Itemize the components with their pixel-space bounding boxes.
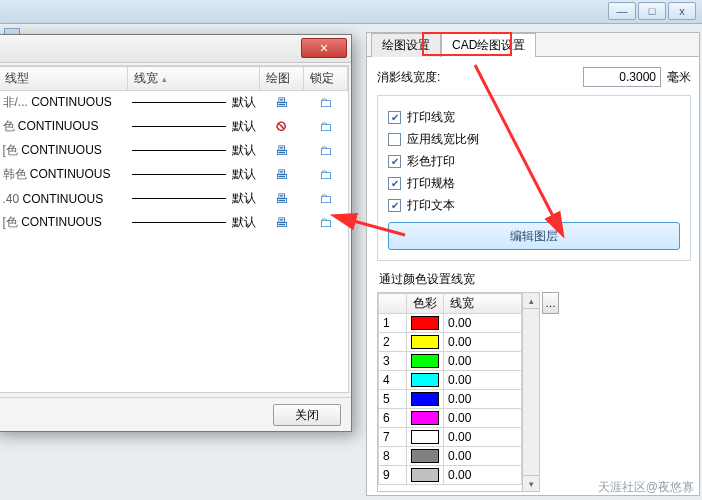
table-row[interactable]: 90.00	[379, 466, 522, 485]
layer-table: 线型 线宽▴ 绘图 锁定 非/... CONTINUOUS默认🖶🗀色 CONTI…	[0, 66, 348, 235]
hidden-line-width-label: 消影线宽度:	[377, 69, 577, 86]
window-close-button[interactable]: x	[668, 2, 696, 20]
checkbox-print-text[interactable]: ✔	[388, 199, 401, 212]
printer-icon[interactable]: 🖶	[275, 143, 288, 158]
watermark: 天涯社区@夜悠寡	[598, 479, 694, 496]
table-row[interactable]: 10.00	[379, 314, 522, 333]
lock-icon[interactable]: 🗀	[319, 191, 332, 206]
checkbox-print-text-label: 打印文本	[407, 197, 455, 214]
checkbox-apply-lw-scale-label: 应用线宽比例	[407, 131, 479, 148]
printer-icon[interactable]: 🖶	[275, 167, 288, 182]
lock-icon[interactable]: 🗀	[319, 119, 332, 134]
unit-label: 毫米	[667, 69, 691, 86]
lock-icon[interactable]: 🗀	[319, 95, 332, 110]
lock-icon[interactable]: 🗀	[319, 215, 332, 230]
table-row[interactable]: 50.00	[379, 390, 522, 409]
col-linetype[interactable]: 线型	[0, 67, 128, 91]
scroll-up-icon[interactable]: ▴	[523, 293, 539, 309]
lock-icon[interactable]: 🗀	[319, 167, 332, 182]
dialog-close-button[interactable]: ×	[301, 38, 347, 58]
table-row[interactable]: .40 CONTINUOUS默认🖶🗀	[0, 187, 348, 211]
printer-icon[interactable]: 🛇	[275, 119, 288, 134]
col-lineweight[interactable]: 线宽▴	[128, 67, 260, 91]
checkbox-color-print-label: 彩色打印	[407, 153, 455, 170]
color-picker-button[interactable]: …	[542, 292, 559, 314]
table-row[interactable]: 70.00	[379, 428, 522, 447]
printer-icon[interactable]: 🖶	[275, 95, 288, 110]
col-plot[interactable]: 绘图	[260, 67, 304, 91]
tab-cad-draw-settings[interactable]: CAD绘图设置	[441, 33, 536, 57]
printer-icon[interactable]: 🖶	[275, 191, 288, 206]
scrollbar[interactable]: ▴ ▾	[522, 293, 539, 491]
settings-panel: 绘图设置 CAD绘图设置 消影线宽度: 毫米 ✔打印线宽 应用线宽比例 ✔彩色打…	[366, 32, 700, 496]
scroll-down-icon[interactable]: ▾	[523, 475, 539, 491]
sort-indicator-icon: ▴	[162, 74, 167, 84]
dialog-titlebar: ×	[0, 35, 351, 63]
checkbox-print-lineweight[interactable]: ✔	[388, 111, 401, 124]
table-row[interactable]: 40.00	[379, 371, 522, 390]
checkbox-print-spec-label: 打印规格	[407, 175, 455, 192]
checkbox-print-lineweight-label: 打印线宽	[407, 109, 455, 126]
layer-dialog: × 线型 线宽▴ 绘图 锁定 非/... CONTINUOUS默认🖶🗀色 CON…	[0, 34, 352, 432]
print-options-group: ✔打印线宽 应用线宽比例 ✔彩色打印 ✔打印规格 ✔打印文本 编辑图层	[377, 95, 691, 261]
color-lineweight-table: 色彩 线宽 10.0020.0030.0040.0050.0060.0070.0…	[378, 293, 522, 485]
checkbox-print-spec[interactable]: ✔	[388, 177, 401, 190]
table-row[interactable]: [色 CONTINUOUS默认🖶🗀	[0, 139, 348, 163]
table-row[interactable]: 20.00	[379, 333, 522, 352]
hidden-line-width-input[interactable]	[583, 67, 661, 87]
table-row[interactable]: [色 CONTINUOUS默认🖶🗀	[0, 211, 348, 235]
col-lock[interactable]: 锁定	[304, 67, 348, 91]
table-row[interactable]: 60.00	[379, 409, 522, 428]
col-color-lw[interactable]: 线宽	[444, 294, 522, 314]
minimize-button[interactable]: —	[608, 2, 636, 20]
table-row[interactable]: 80.00	[379, 447, 522, 466]
edit-layers-button[interactable]: 编辑图层	[388, 222, 680, 250]
maximize-button[interactable]: □	[638, 2, 666, 20]
checkbox-color-print[interactable]: ✔	[388, 155, 401, 168]
lock-icon[interactable]: 🗀	[319, 143, 332, 158]
printer-icon[interactable]: 🖶	[275, 215, 288, 230]
table-row[interactable]: 非/... CONTINUOUS默认🖶🗀	[0, 91, 348, 115]
close-button[interactable]: 关闭	[273, 404, 341, 426]
table-row[interactable]: 韩色 CONTINUOUS默认🖶🗀	[0, 163, 348, 187]
by-color-heading: 通过颜色设置线宽	[379, 271, 691, 288]
table-row[interactable]: 色 CONTINUOUS默认🛇🗀	[0, 115, 348, 139]
tab-draw-settings[interactable]: 绘图设置	[371, 33, 441, 57]
checkbox-apply-lw-scale[interactable]	[388, 133, 401, 146]
col-color[interactable]: 色彩	[407, 294, 444, 314]
table-row[interactable]: 30.00	[379, 352, 522, 371]
